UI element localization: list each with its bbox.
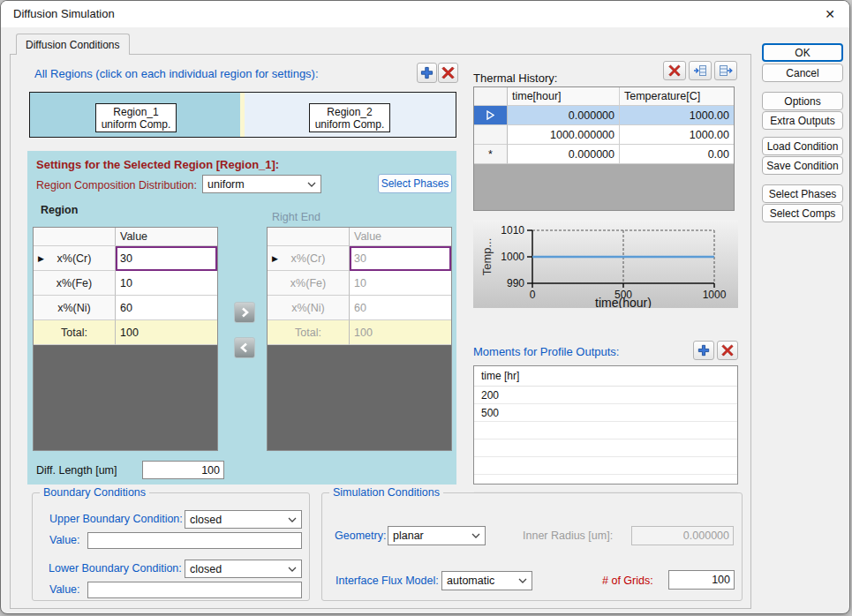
y-axis-label: Temp... (480, 238, 494, 276)
diff-length-label: Diff. Length [um] (36, 464, 117, 477)
save-condition-button[interactable]: Save Condition (762, 156, 843, 175)
cancel-button[interactable]: Cancel (762, 64, 843, 82)
table-row: ▶x%(Cr) 30 (34, 246, 217, 271)
right-end-table-title: Right End (272, 211, 320, 223)
lower-boundary-dropdown[interactable]: closed (185, 560, 302, 578)
column-header-temperature: Temperature[C] (620, 87, 734, 106)
list-item-empty (474, 457, 737, 475)
selected-region-panel: Settings for the Selected Region [Region… (27, 151, 456, 485)
list-item[interactable]: 200 (474, 387, 737, 404)
temperature-cell[interactable]: 1000.00 (620, 125, 734, 145)
upper-value-label: Value: (49, 534, 80, 546)
thermal-history-chart: 1010 1000 990 0 500 1000 time(hour) Temp… (473, 220, 738, 308)
value-cell[interactable]: 60 (116, 296, 217, 320)
composition-dropdown[interactable]: uniform (202, 175, 321, 193)
region-table-title: Region (41, 204, 78, 216)
time-cell[interactable]: 1000.000000 (508, 125, 620, 145)
lower-value-input[interactable] (87, 582, 302, 598)
chevron-down-icon (288, 567, 297, 572)
value-cell: 60 (350, 296, 451, 320)
composition-label: Region Composition Distribution: (36, 179, 197, 192)
time-cell[interactable]: 0.000000 (508, 145, 620, 164)
geometry-label: Geometry: (335, 530, 386, 542)
chevron-down-icon (307, 182, 316, 187)
row-header-selected[interactable] (474, 106, 508, 125)
total-value: 100 (116, 320, 217, 345)
y-tick: 1010 (501, 224, 524, 237)
time-cell[interactable]: 0.000000 (508, 106, 620, 125)
table-row: 0.000000 1000.00 (474, 106, 734, 125)
geometry-dropdown[interactable]: planar (388, 526, 486, 545)
chevron-down-icon (288, 517, 297, 522)
table-row: x%(Ni) 60 (34, 296, 217, 320)
column-header-time: time[hour] (508, 87, 620, 106)
table-export-icon (719, 64, 733, 77)
region-2-block[interactable]: Region_2 uniform Comp. (245, 93, 456, 137)
options-button[interactable]: Options (762, 92, 843, 110)
red-x-icon (668, 64, 681, 77)
region-1-box[interactable]: Region_1 uniform Comp. (95, 103, 177, 132)
copy-left-button[interactable] (234, 337, 255, 358)
num-grids-label: # of Grids: (602, 575, 653, 587)
value-cell[interactable]: 10 (116, 271, 217, 296)
list-item-empty (474, 439, 737, 457)
chevron-left-icon (239, 342, 250, 353)
regions-strip: Region_1 uniform Comp. Region_2 uniform … (29, 92, 456, 138)
thermal-export-rows-button[interactable] (714, 61, 737, 80)
upper-value-input[interactable] (87, 532, 302, 549)
delete-region-button[interactable] (438, 63, 458, 83)
list-item[interactable]: 500 (474, 404, 737, 422)
moments-header: time [hr] (474, 366, 737, 387)
select-phases-panel-button[interactable]: Select Phases (378, 174, 452, 193)
row-selector-icon: ▶ (38, 254, 44, 263)
simulation-conditions-group: Simulation Conditions Geometry: planar I… (321, 492, 743, 601)
delete-moment-button[interactable] (717, 341, 738, 360)
flux-model-dropdown[interactable]: automatic (441, 571, 532, 590)
select-phases-button[interactable]: Select Phases (762, 184, 843, 203)
region-1-block[interactable]: Region_1 uniform Comp. (30, 93, 240, 137)
lower-value-label: Value: (49, 583, 80, 596)
column-header: Value (350, 228, 451, 246)
total-row: Total: 100 (268, 320, 451, 345)
close-icon[interactable]: ✕ (821, 5, 839, 23)
region-2-comp: uniform Comp. (315, 118, 385, 131)
moments-label: Moments for Profile Outputs: (473, 345, 619, 358)
x-tick: 0 (530, 289, 536, 301)
extra-outputs-button[interactable]: Extra Outputs (762, 111, 843, 130)
copy-right-button[interactable] (234, 302, 255, 323)
tab-diffusion-conditions[interactable]: Diffusion Conditions (16, 34, 130, 55)
y-tick: 990 (507, 277, 524, 289)
add-moment-button[interactable] (693, 341, 714, 360)
load-condition-button[interactable]: Load Condition (762, 137, 843, 155)
value-cell[interactable]: 30 (116, 246, 217, 271)
table-row: x%(Fe) 10 (34, 271, 217, 296)
x-axis-label: time(hour) (595, 296, 652, 308)
y-tick: 1000 (501, 251, 524, 263)
region-1-comp: uniform Comp. (102, 118, 171, 131)
region-2-box[interactable]: Region_2 uniform Comp. (309, 103, 390, 132)
num-grids-input[interactable] (668, 570, 735, 590)
row-header[interactable] (474, 125, 508, 145)
upper-boundary-label: Upper Boundary Condition: (49, 513, 183, 525)
diff-length-input[interactable] (142, 461, 224, 479)
red-x-icon (721, 344, 734, 357)
row-header-new[interactable]: * (474, 145, 508, 164)
thermal-insert-row-button[interactable] (689, 61, 712, 80)
select-comps-button[interactable]: Select Comps (762, 204, 843, 222)
table-insert-icon (693, 64, 707, 77)
value-cell: 30 (350, 246, 451, 271)
inner-radius-input (631, 526, 734, 545)
thermal-delete-button[interactable] (663, 61, 686, 80)
temperature-cell[interactable]: 1000.00 (620, 106, 734, 125)
all-regions-label: All Regions (click on each individual re… (34, 67, 319, 80)
moments-list: time [hr] 200 500 (473, 365, 738, 485)
column-header: Value (116, 228, 217, 246)
upper-boundary-dropdown[interactable]: closed (185, 510, 302, 529)
table-row: x%(Fe) 10 (268, 271, 451, 296)
ok-button[interactable]: OK (762, 43, 843, 62)
temperature-cell[interactable]: 0.00 (620, 145, 734, 164)
table-row: * 0.000000 0.00 (474, 145, 734, 164)
thermal-history-label: Thermal History: (473, 71, 557, 85)
add-region-button[interactable] (417, 63, 437, 83)
thermal-history-table: time[hour] Temperature[C] 0.000000 1000.… (473, 86, 735, 211)
